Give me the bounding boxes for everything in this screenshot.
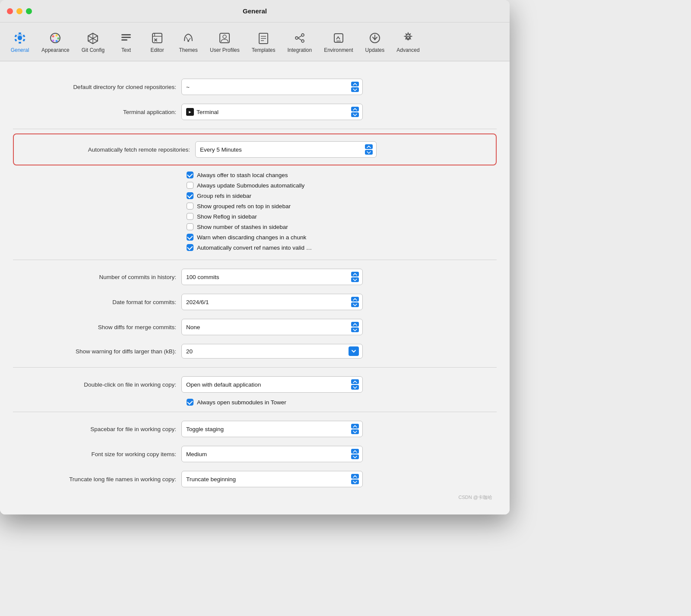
checkbox-convert-refs-input[interactable] <box>187 244 193 251</box>
font-size-select[interactable]: Medium <box>181 446 363 462</box>
warn-diffs-control: 20 <box>181 344 363 359</box>
truncate-label: Truncate long file names in working copy… <box>17 476 181 483</box>
content-area: Default directory for cloned repositorie… <box>0 61 510 514</box>
auto-fetch-label: Automatically fetch remote repositories: <box>31 146 195 153</box>
double-click-label: Double-click on file in working copy: <box>17 381 181 388</box>
toolbar: General Appearance Git Config <box>0 22 510 61</box>
default-directory-select[interactable]: ~ <box>181 79 363 95</box>
tab-text[interactable]: Text <box>111 27 142 57</box>
checkbox-reflog-input[interactable] <box>187 213 193 220</box>
stepper-up-diffs[interactable] <box>351 322 359 327</box>
svg-point-3 <box>52 35 54 37</box>
checkbox-group-refs-label: Group refs in sidebar <box>197 193 251 199</box>
date-format-value: 2024/6/1 <box>186 299 209 305</box>
svg-point-27 <box>295 37 298 39</box>
checkbox-stash-count: Show number of stashes in sidebar <box>187 222 492 232</box>
warn-diffs-value: 20 <box>186 348 193 355</box>
stepper-down-truncate[interactable] <box>351 479 359 484</box>
divider-3 <box>13 367 497 368</box>
tab-themes[interactable]: Themes <box>173 27 204 57</box>
auto-fetch-select[interactable]: Every 5 Minutes <box>195 141 377 158</box>
checkbox-group: Always offer to stash local changes Alwa… <box>169 169 510 255</box>
stepper-down-dclick[interactable] <box>351 385 359 390</box>
titlebar-controls <box>7 8 32 14</box>
stepper-up-commits[interactable] <box>351 272 359 276</box>
tab-integration[interactable]: Integration <box>281 27 318 57</box>
terminal-app-control: ▶ Terminal <box>181 104 363 120</box>
stepper-up-truncate[interactable] <box>351 474 359 479</box>
truncate-select[interactable]: Truncate beginning <box>181 471 363 487</box>
double-click-select[interactable]: Open with default application <box>181 376 363 393</box>
maximize-button[interactable] <box>26 8 32 14</box>
stepper-up-dclick[interactable] <box>351 379 359 384</box>
close-button[interactable] <box>7 8 13 14</box>
appearance-icon <box>48 31 63 45</box>
warn-diffs-label: Show warning for diffs larger than (kB): <box>17 348 181 355</box>
commits-history-select[interactable]: 100 commits <box>181 269 363 285</box>
checkbox-stash-input[interactable] <box>187 171 193 178</box>
checkbox-grouped-top-label: Show grouped refs on top in sidebar <box>197 203 291 210</box>
svg-rect-13 <box>121 37 131 38</box>
tab-user-profiles[interactable]: User Profiles <box>204 27 246 57</box>
text-icon <box>119 31 133 45</box>
warn-diffs-select[interactable]: 20 <box>181 344 363 359</box>
checkbox-stash-count-input[interactable] <box>187 223 193 230</box>
commits-history-control: 100 commits <box>181 269 363 285</box>
window-title: General <box>243 7 267 15</box>
tab-appearance[interactable]: Appearance <box>35 27 76 57</box>
tab-git-config[interactable]: Git Config <box>76 27 111 57</box>
stepper-down-fetch[interactable] <box>365 150 373 155</box>
stepper-down-date[interactable] <box>351 302 359 307</box>
git-config-icon <box>86 31 100 45</box>
always-open-submodules-row: Always open submodules in Tower <box>169 397 510 407</box>
font-size-control: Medium <box>181 446 363 462</box>
date-format-stepper <box>351 296 359 308</box>
double-click-control: Open with default application <box>181 376 363 393</box>
tab-templates[interactable]: Templates <box>246 27 282 57</box>
checkbox-grouped-top: Show grouped refs on top in sidebar <box>187 201 492 211</box>
checkbox-warn-discard-input[interactable] <box>187 234 193 241</box>
default-directory-row: Default directory for cloned repositorie… <box>0 74 510 99</box>
tab-editor[interactable]: Editor <box>142 27 173 57</box>
stepper-up[interactable] <box>351 82 359 86</box>
minimize-button[interactable] <box>16 8 22 14</box>
stepper-down[interactable] <box>351 87 359 92</box>
checkbox-submodules-input[interactable] <box>187 182 193 189</box>
truncate-value: Truncate beginning <box>186 476 236 483</box>
divider-4 <box>13 412 497 412</box>
stepper-up-fetch[interactable] <box>365 144 373 149</box>
tab-git-config-label: Git Config <box>82 47 105 53</box>
checkbox-always-open-input[interactable] <box>187 399 193 406</box>
tab-advanced[interactable]: Advanced <box>390 27 425 57</box>
auto-fetch-control: Every 5 Minutes <box>195 141 377 158</box>
checkbox-grouped-top-input[interactable] <box>187 203 193 210</box>
stepper-down-diffs[interactable] <box>351 327 359 332</box>
stepper-up-spacebar[interactable] <box>351 424 359 429</box>
svg-line-20 <box>188 38 190 41</box>
titlebar: General <box>0 0 510 22</box>
svg-point-6 <box>56 40 58 42</box>
stepper-down-terminal[interactable] <box>351 112 359 117</box>
stepper-up-terminal[interactable] <box>351 107 359 111</box>
double-click-value: Open with default application <box>186 381 261 388</box>
stepper-up-date[interactable] <box>351 297 359 302</box>
tab-general[interactable]: General <box>4 27 35 57</box>
stepper-up-fontsize[interactable] <box>351 449 359 454</box>
stepper-down-commits[interactable] <box>351 277 359 282</box>
spacebar-select[interactable]: Toggle staging <box>181 421 363 437</box>
checkbox-convert-refs-label: Automatically convert ref names into val… <box>197 244 312 251</box>
tab-updates[interactable]: Updates <box>359 27 391 57</box>
show-diffs-select[interactable]: None <box>181 319 363 335</box>
default-directory-control: ~ <box>181 79 363 95</box>
auto-fetch-row: Automatically fetch remote repositories:… <box>14 137 496 162</box>
terminal-app-select[interactable]: ▶ Terminal <box>181 104 363 120</box>
stepper-down-fontsize[interactable] <box>351 454 359 459</box>
checkbox-group-refs-input[interactable] <box>187 192 193 199</box>
stepper-down-spacebar[interactable] <box>351 429 359 434</box>
commits-history-row: Number of commits in history: 100 commit… <box>0 264 510 289</box>
date-format-select[interactable]: 2024/6/1 <box>181 294 363 310</box>
integration-icon <box>292 31 307 45</box>
tab-environment[interactable]: Environment <box>318 27 359 57</box>
checkbox-submodules-label: Always update Submodules automatically <box>197 182 304 189</box>
tab-user-profiles-label: User Profiles <box>210 47 240 53</box>
